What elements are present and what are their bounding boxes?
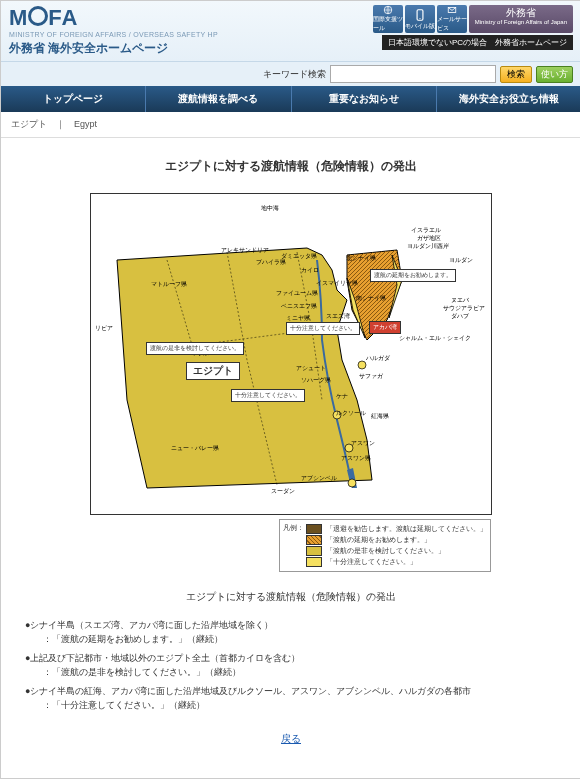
mail-icon[interactable]: メールサービス [437,5,467,33]
swatch-evac [306,524,322,534]
search-bar: キーワード検索 検索 使い方 [1,62,580,86]
svg-point-4 [358,361,366,369]
label-sudan: スーダン [271,487,295,496]
label-sharm: シャルム・エル・シェイク [399,334,471,343]
logo-subtitle: MINISTRY OF FOREIGN AFFAIRS / OVERSEAS S… [9,31,218,38]
logo-text: MFA [9,5,218,31]
non-jp-pc-link[interactable]: 日本語環境でないPCの場合 [388,37,487,48]
header: MFA MINISTRY OF FOREIGN AFFAIRS / OVERSE… [1,1,580,62]
back-link[interactable]: 戻る [281,733,301,744]
label-hurghada: ハルガダ [366,354,390,363]
mofa-link[interactable]: 外務省Ministry of Foreign Affairs of Japan [469,5,573,33]
label-aswan: アスワン [351,439,375,448]
label-benisuef: ベニスエフ県 [281,302,317,311]
country-label: エジプト [186,362,240,380]
swatch-postpone [306,535,322,545]
label-matruh: マトルーフ県 [151,280,187,289]
label-abusimbel: アブシンベル [301,474,337,483]
label-damietta: ダミエッタ県 [281,252,317,261]
bullet-2: ●上記及び下記都市・地域以外のエジプト全土（首都カイロを含む） ：「渡航の是非を… [25,651,557,680]
site-title: 外務省 海外安全ホームページ [9,40,218,57]
nav-travel-info[interactable]: 渡航情報を調べる [146,86,291,112]
label-qena: ケナ [336,392,348,401]
label-northsinai: 北シナイ県 [346,254,376,263]
label-sohag: ソハーグ県 [301,376,331,385]
subtitle: エジプトに対する渡航情報（危険情報）の発出 [17,590,565,604]
label-medsea: 地中海 [261,204,279,213]
search-button[interactable]: 検索 [500,66,532,83]
label-aswanprov: アスワン県 [341,454,371,463]
swatch-consider [306,546,322,556]
map-note-mid2: 十分注意してください。 [286,322,360,335]
search-input[interactable] [330,65,496,83]
svg-point-2 [419,17,420,18]
help-button[interactable]: 使い方 [536,66,573,83]
logo-area: MFA MINISTRY OF FOREIGN AFFAIRS / OVERSE… [9,5,218,57]
map-note-top: 渡航の延期をお勧めします。 [370,269,456,282]
label-saudi: サウジアラビア [443,304,485,313]
label-aqaba: アカバ湾 [369,321,401,334]
map-note-bot: 十分注意してください。 [231,389,305,402]
label-dahab: ダハブ [451,312,469,321]
mofa-hp-link[interactable]: 外務省ホームページ [495,37,567,48]
label-ismailia: イスマイリヤ県 [316,279,358,288]
bullet-3: ●シナイ半島の紅海、アカバ湾に面した沿岸地域及びルクソール、アスワン、アブシンベ… [25,684,557,713]
label-asyut: アシュート [296,364,326,373]
label-luxor: ルクソール [336,409,366,418]
nav-useful[interactable]: 海外安全お役立ち情報 [437,86,580,112]
globe-icon[interactable]: 国際支援ツール [373,5,403,33]
label-safaga: サファガ [359,372,383,381]
label-westbank: ヨルダン川西岸 [407,242,449,251]
svg-point-7 [348,479,356,487]
nav-important[interactable]: 重要なお知らせ [292,86,437,112]
label-libya: リビア [95,324,113,333]
legend: 凡例： 「退避を勧告します。渡航は延期してください。」 「渡航の延期をお勧めしま… [91,519,491,572]
swatch-caution [306,557,322,567]
main-nav: トップページ 渡航情報を調べる 重要なお知らせ 海外安全お役立ち情報 [1,86,580,112]
bullet-1: ●シナイ半島（スエズ湾、アカバ湾に面した沿岸地域を除く） ：「渡航の延期をお勧め… [25,618,557,647]
black-bar: 日本語環境でないPCの場合 外務省ホームページ [382,35,573,50]
search-label: キーワード検索 [263,68,326,81]
nav-top[interactable]: トップページ [1,86,146,112]
mobile-icon[interactable]: モバイル版 [405,5,435,33]
label-southsinai: 南シナイ県 [356,294,386,303]
label-newvalley: ニュー・バレー県 [171,444,219,453]
label-alex: アレキサンドリア [221,246,269,255]
label-jordan: ヨルダン [449,256,473,265]
advisory-bullets: ●シナイ半島（スエズ湾、アカバ湾に面した沿岸地域を除く） ：「渡航の延期をお勧め… [17,618,565,712]
map-note-mid: 渡航の是非を検討してください。 [146,342,244,355]
label-redsea: 紅海県 [371,412,389,421]
label-cairo: カイロ [301,266,319,275]
page-title: エジプトに対する渡航情報（危険情報）の発出 [17,158,565,175]
label-suez: スエズ湾 [326,312,350,321]
breadcrumb: エジプト ｜ Egypt [1,112,580,138]
egypt-map: 地中海 イスラエル ガザ地区 ヨルダン川西岸 ヨルダン アレキサンドリア 北シナ… [90,193,492,515]
label-fayum: ファイユーム県 [276,289,318,298]
